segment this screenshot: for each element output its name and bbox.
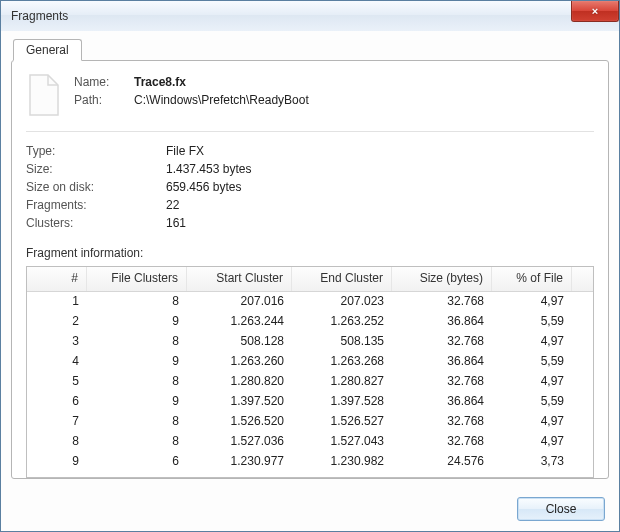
window-close-button[interactable]: × xyxy=(571,1,619,22)
table-cell: 36.864 xyxy=(392,391,492,411)
table-cell: 1.526.527 xyxy=(292,411,392,431)
table-row[interactable]: 881.527.0361.527.04332.7684,97 xyxy=(27,431,593,451)
tab-general[interactable]: General xyxy=(13,39,82,61)
tab-header: General xyxy=(13,39,82,61)
table-cell: 508.128 xyxy=(187,331,292,351)
table-cell: 1.527.043 xyxy=(292,431,392,451)
table-cell: 4,97 xyxy=(492,331,572,351)
col-size-bytes[interactable]: Size (bytes) xyxy=(392,267,492,291)
label-type: Type: xyxy=(26,142,166,160)
label-size: Size: xyxy=(26,160,166,178)
table-cell: 9 xyxy=(27,451,87,471)
table-cell: 9 xyxy=(87,351,187,371)
grid-body[interactable]: 18207.016207.02332.7684,97291.263.2441.2… xyxy=(27,291,593,477)
table-cell: 8 xyxy=(87,371,187,391)
label-fragments: Fragments: xyxy=(26,196,166,214)
table-row[interactable]: 18207.016207.02332.7684,97 xyxy=(27,291,593,311)
table-cell: 4,97 xyxy=(492,371,572,391)
table-cell: 1.263.244 xyxy=(187,311,292,331)
col-start-cluster[interactable]: Start Cluster xyxy=(187,267,292,291)
table-row[interactable]: 491.263.2601.263.26836.8645,59 xyxy=(27,351,593,371)
table-cell: 9 xyxy=(87,311,187,331)
label-name: Name: xyxy=(74,73,134,91)
file-header: Name: Trace8.fx Path: C:\Windows\Prefetc… xyxy=(26,73,594,117)
table-cell: 4,97 xyxy=(492,291,572,311)
col-file-clusters[interactable]: File Clusters xyxy=(87,267,187,291)
col-end-cluster[interactable]: End Cluster xyxy=(292,267,392,291)
table-cell: 207.023 xyxy=(292,291,392,311)
table-cell: 32.768 xyxy=(392,291,492,311)
table-cell: 5,59 xyxy=(492,311,572,331)
table-cell: 32.768 xyxy=(392,431,492,451)
table-row[interactable]: 38508.128508.13532.7684,97 xyxy=(27,331,593,351)
table-cell: 1.280.827 xyxy=(292,371,392,391)
table-cell: 8 xyxy=(87,291,187,311)
table-cell: 5,59 xyxy=(492,391,572,411)
table-cell: 207.016 xyxy=(187,291,292,311)
table-cell: 1.280.820 xyxy=(187,371,292,391)
table-cell: 1.527.036 xyxy=(187,431,292,451)
table-cell: 8 xyxy=(27,431,87,451)
fragment-info-title: Fragment information: xyxy=(26,246,594,260)
value-clusters: 161 xyxy=(166,214,186,232)
table-cell: 7 xyxy=(27,411,87,431)
close-icon: × xyxy=(592,6,598,17)
table-row[interactable]: 781.526.5201.526.52732.7684,97 xyxy=(27,411,593,431)
table-cell: 3 xyxy=(27,331,87,351)
value-type: File FX xyxy=(166,142,204,160)
client-area: General Name: Trace8.fx xyxy=(1,31,619,531)
file-name-path: Name: Trace8.fx Path: C:\Windows\Prefetc… xyxy=(74,73,594,117)
tab-body: Name: Trace8.fx Path: C:\Windows\Prefetc… xyxy=(11,60,609,479)
table-cell: 1.397.520 xyxy=(187,391,292,411)
table-cell: 32.768 xyxy=(392,331,492,351)
table-cell: 24.576 xyxy=(392,451,492,471)
table-cell: 1.263.268 xyxy=(292,351,392,371)
table-cell: 3,73 xyxy=(492,451,572,471)
table-cell: 6 xyxy=(27,391,87,411)
table-cell: 8 xyxy=(87,431,187,451)
fragment-grid: # File Clusters Start Cluster End Cluste… xyxy=(26,266,594,478)
table-cell: 1.263.252 xyxy=(292,311,392,331)
table-cell: 508.135 xyxy=(292,331,392,351)
table-cell: 4 xyxy=(27,351,87,371)
table-cell: 1.526.520 xyxy=(187,411,292,431)
table-row[interactable]: 691.397.5201.397.52836.8645,59 xyxy=(27,391,593,411)
table-cell: 1.230.982 xyxy=(292,451,392,471)
table-cell: 32.768 xyxy=(392,371,492,391)
table-row[interactable]: 961.230.9771.230.98224.5763,73 xyxy=(27,451,593,471)
col-pct-file[interactable]: % of File xyxy=(492,267,572,291)
table-cell: 4,97 xyxy=(492,411,572,431)
file-icon xyxy=(26,73,62,117)
value-fragments: 22 xyxy=(166,196,179,214)
dialog-footer: Close xyxy=(517,497,605,521)
table-cell: 4,97 xyxy=(492,431,572,451)
window-frame: Fragments × General xyxy=(0,0,620,532)
table-cell: 1.263.260 xyxy=(187,351,292,371)
table-cell: 5,59 xyxy=(492,351,572,371)
table-row[interactable]: 291.263.2441.263.25236.8645,59 xyxy=(27,311,593,331)
tab-control: General Name: Trace8.fx xyxy=(11,39,609,479)
col-num[interactable]: # xyxy=(27,267,87,291)
table-cell: 8 xyxy=(87,331,187,351)
titlebar: Fragments × xyxy=(1,1,619,32)
table-cell: 1.397.528 xyxy=(292,391,392,411)
value-path: C:\Windows\Prefetch\ReadyBoot xyxy=(134,91,309,109)
table-cell: 9 xyxy=(87,391,187,411)
label-clusters: Clusters: xyxy=(26,214,166,232)
file-properties: Type:File FX Size:1.437.453 bytes Size o… xyxy=(26,142,594,232)
table-cell: 36.864 xyxy=(392,311,492,331)
table-cell: 6 xyxy=(87,451,187,471)
table-cell: 2 xyxy=(27,311,87,331)
grid-header: # File Clusters Start Cluster End Cluste… xyxy=(27,267,593,292)
table-row[interactable]: 581.280.8201.280.82732.7684,97 xyxy=(27,371,593,391)
value-size-on-disk: 659.456 bytes xyxy=(166,178,241,196)
table-cell: 5 xyxy=(27,371,87,391)
table-cell: 8 xyxy=(87,411,187,431)
label-size-on-disk: Size on disk: xyxy=(26,178,166,196)
close-button[interactable]: Close xyxy=(517,497,605,521)
value-size: 1.437.453 bytes xyxy=(166,160,251,178)
table-cell: 1 xyxy=(27,291,87,311)
value-name: Trace8.fx xyxy=(134,73,186,91)
table-cell: 36.864 xyxy=(392,351,492,371)
window-title: Fragments xyxy=(11,9,68,23)
